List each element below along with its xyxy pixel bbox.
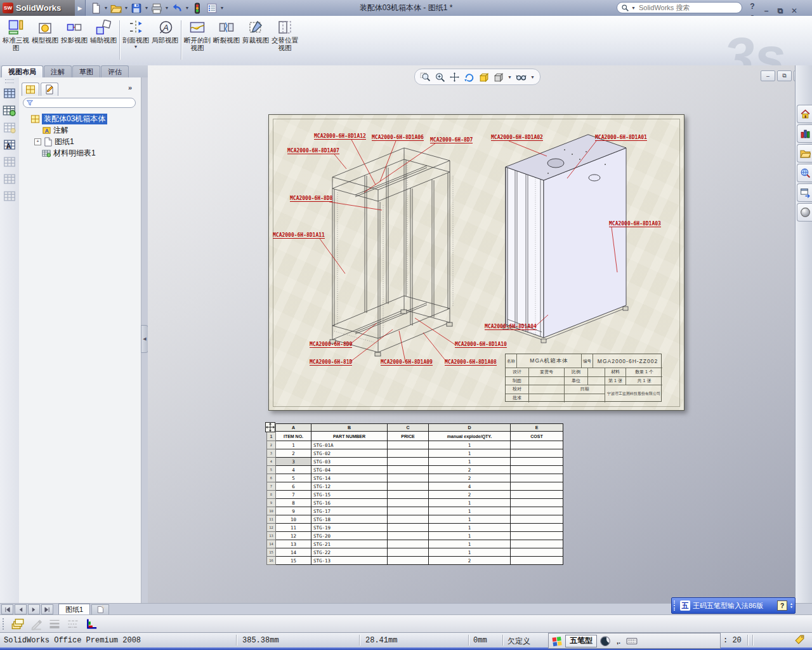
tab-注解[interactable]: 注解 — [44, 65, 72, 77]
bom-cell[interactable]: STG-15 — [311, 491, 388, 499]
bom-cell[interactable] — [511, 482, 563, 491]
command-button-standard-three-view[interactable]: 标准三视图 — [1, 18, 30, 62]
revision-table-icon[interactable]: A — [3, 138, 16, 152]
bom-cell[interactable]: 2 — [276, 449, 311, 458]
color-display-mode-icon[interactable] — [85, 618, 98, 630]
drawing-sheet[interactable]: MCA2000-6H-8D1A07MCA2000-6H-8D1A12MCA200… — [268, 114, 684, 411]
bom-cell[interactable]: 14 — [276, 548, 311, 557]
bom-table-icon[interactable] — [3, 103, 16, 117]
taskpane-tab-file-explorer[interactable] — [797, 144, 812, 162]
bom-cell[interactable]: 9 — [276, 507, 311, 515]
dropdown-arrow-icon[interactable]: ▼ — [144, 6, 149, 10]
bom-cell[interactable]: STG-17 — [311, 507, 388, 515]
print-button[interactable] — [150, 1, 164, 15]
bom-header-cell[interactable]: PRICE — [388, 432, 429, 441]
dropdown-arrow-icon[interactable]: ▼ — [185, 6, 190, 10]
bom-cell[interactable] — [388, 499, 429, 507]
bom-cell[interactable]: 4 — [429, 482, 511, 491]
bom-cell[interactable] — [511, 491, 563, 499]
line-style-icon[interactable] — [67, 618, 79, 630]
graphics-area[interactable]: ▼▼ – ⧉ ✕ — [148, 65, 795, 603]
bom-cell[interactable]: 6 — [276, 482, 311, 491]
bom-cell[interactable] — [511, 449, 563, 458]
hole-table-icon[interactable] — [3, 121, 16, 135]
close-button[interactable]: ✕ — [789, 6, 799, 15]
dropdown-arrow-icon[interactable]: ▼ — [530, 75, 535, 79]
bom-cell[interactable] — [511, 515, 563, 524]
part-annotation[interactable]: MCA2000-6H-8D1A07 — [287, 148, 339, 154]
bom-cell[interactable]: STG-12 — [311, 482, 388, 491]
taskpane-tab-design-library[interactable] — [797, 124, 812, 143]
minimize-button[interactable]: – — [761, 6, 771, 15]
bom-cell[interactable] — [511, 524, 563, 532]
bom-cell[interactable]: 3 — [276, 458, 311, 466]
bom-cell[interactable] — [388, 458, 429, 466]
bom-cell[interactable]: 1 — [276, 441, 311, 449]
command-button-projected-view[interactable]: 投影视图 — [60, 18, 89, 62]
doc-restore-button[interactable]: ⧉ — [777, 70, 792, 81]
ime-title-bar[interactable]: 五 王码五笔型输入法86版 ? ▲▼ — [671, 597, 796, 614]
tree-item-装配体03机箱本体[interactable]: 装配体03机箱本体 — [22, 113, 138, 124]
bom-cell[interactable] — [511, 466, 563, 474]
add-sheet-tab[interactable] — [91, 604, 109, 615]
command-button-broken-out-section[interactable]: 断开的剖视图 — [183, 18, 212, 62]
bom-cell[interactable]: 1 — [429, 499, 511, 507]
tab-featuremanager[interactable] — [22, 83, 39, 96]
bom-cell[interactable] — [388, 474, 429, 482]
view-orientation-icon[interactable] — [478, 72, 489, 83]
taskpane-tab-search-results[interactable] — [797, 164, 812, 182]
bom-cell[interactable]: 2 — [429, 474, 511, 482]
dropdown-arrow-icon[interactable]: ▼ — [508, 75, 512, 79]
bom-cell[interactable] — [388, 548, 429, 557]
bom-cell[interactable] — [511, 441, 563, 449]
tab-视图布局[interactable]: 视图布局 — [1, 65, 43, 77]
part-annotation[interactable]: MCA2000-6H-8D1A09 — [381, 359, 433, 366]
toolbar-grip[interactable] — [3, 618, 6, 630]
bom-row-number[interactable]: 12 — [267, 524, 276, 532]
part-annotation[interactable]: MCA2000-6H-8D1A04 — [485, 324, 537, 330]
ime-mode-button[interactable]: 五笔型 — [565, 635, 597, 647]
rebuild-button[interactable] — [190, 1, 204, 15]
weldment-cutlist-icon[interactable] — [3, 155, 16, 169]
bom-cell[interactable] — [388, 482, 429, 491]
bom-cell[interactable] — [511, 532, 563, 540]
search-box[interactable]: ▼ — [617, 2, 742, 13]
doc-minimize-button[interactable]: – — [761, 70, 775, 81]
bom-header-cell[interactable]: manual explode/QTY. — [429, 432, 511, 441]
tree-filter-input[interactable] — [23, 98, 136, 108]
dropdown-arrow-icon[interactable]: ▼ — [219, 6, 225, 10]
part-annotation[interactable]: MCA2000-6H-81D — [310, 359, 352, 366]
bom-cell[interactable]: STG-13 — [311, 557, 388, 565]
bom-cell[interactable]: 1 — [429, 532, 511, 540]
bom-row-number[interactable]: 2 — [267, 441, 276, 449]
bom-cell[interactable] — [388, 466, 429, 474]
ime-drag-grip[interactable] — [674, 600, 678, 611]
ime-language-band[interactable]: 五笔型 ,. — [548, 633, 721, 649]
search-dropdown-icon[interactable]: ▼ — [631, 6, 636, 10]
bom-column-letter[interactable]: B — [311, 424, 388, 432]
part-annotation[interactable]: MCA2000-6H-8D1A01 — [595, 135, 647, 141]
ime-softkeyboard-icon[interactable] — [626, 635, 638, 647]
part-annotation[interactable]: MCA2000-6H-8D1A06 — [372, 135, 424, 141]
bom-row-number[interactable]: 16 — [267, 557, 276, 565]
pan-icon[interactable] — [449, 72, 460, 83]
layer-properties-icon[interactable] — [11, 618, 24, 630]
bom-cell[interactable] — [388, 507, 429, 515]
bom-row-number[interactable]: 13 — [267, 532, 276, 540]
bom-cell[interactable]: 4 — [276, 466, 311, 474]
bom-cell[interactable]: 2 — [429, 466, 511, 474]
dropdown-arrow-icon[interactable]: ▼ — [124, 6, 129, 10]
title-block[interactable]: 名称 MGA机箱本体 编号 MGA2000-6H-ZZ002 设计 要货号 比例… — [505, 354, 662, 402]
bom-row-number[interactable]: 1 — [267, 432, 276, 441]
bom-cell[interactable] — [511, 458, 563, 466]
part-annotation[interactable]: MCA2000-6H-8D1A11 — [273, 232, 325, 239]
bom-table[interactable]: ABCDE1ITEM NO.PART NUMBERPRICEmanual exp… — [266, 423, 563, 565]
options-list-button[interactable] — [205, 1, 219, 15]
command-button-break-view[interactable]: 断裂视图 — [212, 18, 241, 62]
bom-cell[interactable]: 13 — [276, 540, 311, 548]
bom-row-number[interactable]: 15 — [267, 548, 276, 557]
tag-icon[interactable] — [794, 634, 805, 645]
bom-cell[interactable] — [388, 515, 429, 524]
bom-cell[interactable]: 12 — [276, 532, 311, 540]
bom-cell[interactable] — [388, 441, 429, 449]
